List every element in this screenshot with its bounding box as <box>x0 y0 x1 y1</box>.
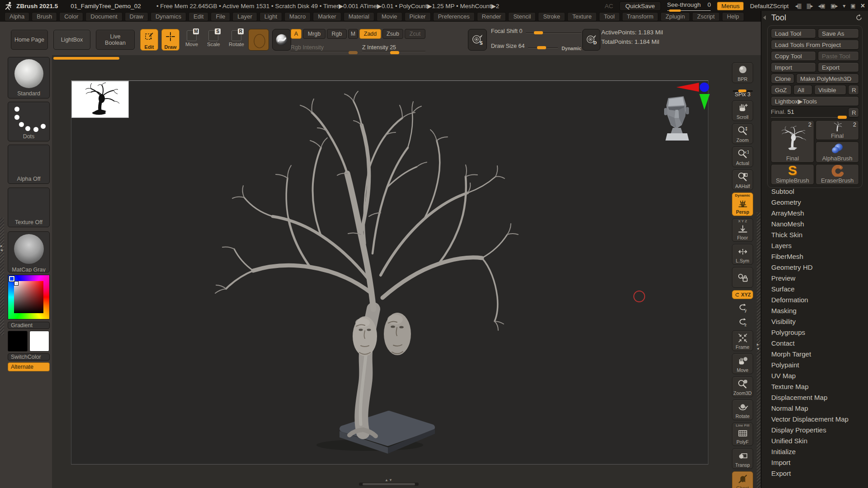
shelf-button[interactable]: BPR <box>732 62 753 83</box>
save-as-button[interactable]: Save As <box>818 28 859 38</box>
secondary-color-swatch[interactable] <box>29 331 49 352</box>
shelf-button[interactable]: Ghost <box>732 471 753 488</box>
tool-subpalette-header[interactable]: Import <box>761 457 868 468</box>
shelf-button[interactable]: Zoom <box>732 123 753 144</box>
tool-subpalette-header[interactable]: Subtool <box>761 186 868 197</box>
focal-shift-handle[interactable] <box>534 31 543 34</box>
home-page-button[interactable]: Home Page <box>11 30 48 50</box>
color-picker[interactable] <box>8 275 50 319</box>
alpha-channel-button[interactable]: A <box>291 29 302 39</box>
tool-subpalette-header[interactable]: Export <box>761 468 868 479</box>
live-boolean-button[interactable]: Live Boolean <box>96 30 135 50</box>
menu-item[interactable]: Marker <box>313 12 341 21</box>
tool-subpalette-header[interactable]: Display Properties <box>761 425 868 436</box>
menus-button[interactable]: Menus <box>717 2 744 10</box>
left-tray-arrows[interactable]: ▸◂ <box>0 244 3 252</box>
shelf-button[interactable]: Rotate <box>732 399 753 420</box>
tool-subpalette-header[interactable]: UV Map <box>761 371 868 381</box>
shelf-grip-arrows[interactable]: ▸◂ <box>757 343 759 351</box>
tile-left-icon[interactable]: ◂▣ <box>818 3 825 9</box>
export-button[interactable]: Export <box>818 62 859 72</box>
shelf-button[interactable]: Move <box>732 353 753 374</box>
zsub-button[interactable]: Zsub <box>382 29 403 39</box>
minimize-icon[interactable]: ▾ <box>843 3 845 9</box>
menu-item[interactable]: Edit <box>189 12 208 21</box>
menu-item[interactable]: Tool <box>599 12 620 21</box>
subtool-slider-handle[interactable] <box>838 116 847 119</box>
goz-button[interactable]: GoZ <box>771 85 792 95</box>
see-through-slider[interactable]: See-through 0 <box>667 1 711 11</box>
tool-subpalette-header[interactable]: Preview <box>761 273 868 284</box>
restore-icon[interactable]: ▣ <box>850 3 855 9</box>
shelf-button[interactable]: AAHalf <box>732 169 753 190</box>
menu-item[interactable]: Zplugin <box>660 12 690 21</box>
import-button[interactable]: Import <box>771 62 816 72</box>
shelf-button[interactable] <box>732 267 753 288</box>
menu-item[interactable]: Color <box>59 12 83 21</box>
rgb-intensity-handle[interactable] <box>349 51 358 54</box>
zcut-button[interactable]: Zcut <box>405 29 425 39</box>
menu-item[interactable]: Zscript <box>692 12 720 21</box>
dynamic-draw-size-button[interactable]: D <box>582 29 600 51</box>
menu-item[interactable]: Stroke <box>538 12 565 21</box>
tool-subpalette-header[interactable]: NanoMesh <box>761 219 868 230</box>
shelf-button[interactable]: X Y Z Floor <box>732 218 753 242</box>
menu-item[interactable]: Dynamics <box>151 12 186 21</box>
menu-item[interactable]: Brush <box>32 12 57 21</box>
goz-all-button[interactable]: All <box>793 85 812 95</box>
shelf-button[interactable] <box>732 316 753 328</box>
lightbox-button[interactable]: LightBox <box>53 30 90 50</box>
tool-thumb-final[interactable]: 2 Final <box>816 120 859 140</box>
tool-subpalette-header[interactable]: Polygroups <box>761 327 868 338</box>
menu-item[interactable]: File <box>211 12 230 21</box>
m-button[interactable]: M <box>348 29 358 39</box>
tool-thumb-current[interactable]: 2 Final <box>771 120 814 163</box>
tool-subpalette-header[interactable]: Texture Map <box>761 381 868 392</box>
tool-subpalette-header[interactable]: Vector Displacement Map <box>761 414 868 425</box>
collapse-left-icon[interactable]: ◂|||| <box>795 3 802 9</box>
shelf-button[interactable]: XYZ <box>732 290 753 299</box>
gradient-toggle[interactable]: Gradient <box>8 322 50 329</box>
tool-subpalette-header[interactable]: Contact <box>761 338 868 349</box>
tool-subpalette-header[interactable]: FiberMesh <box>761 251 868 262</box>
load-tools-from-project-button[interactable]: Load Tools From Project <box>771 40 859 50</box>
panel-collapse-icon[interactable] <box>763 15 766 20</box>
menu-item[interactable]: Preferences <box>433 12 475 21</box>
tool-subpalette-header[interactable]: ArrayMesh <box>761 208 868 219</box>
rotate-button[interactable]: R Rotate <box>226 30 247 47</box>
tool-thumb-alphabrush[interactable]: AlphaBrush <box>816 141 859 163</box>
current-texture-thumb[interactable]: Texture Off <box>8 188 50 227</box>
shelf-button[interactable]: Scroll <box>732 100 753 121</box>
tool-subpalette-header[interactable]: Initialize <box>761 446 868 457</box>
slider-r-button[interactable]: R <box>848 108 859 117</box>
copy-tool-button[interactable]: Copy Tool <box>771 51 816 61</box>
sculptris-pro-button[interactable]: S <box>468 29 487 51</box>
shelf-button[interactable]: Actual <box>732 146 753 167</box>
tool-subpalette-header[interactable]: Masking <box>761 305 868 316</box>
focal-shift-slider[interactable]: Focal Shift 0 <box>491 28 581 38</box>
tool-subpalette-header[interactable]: Visibility <box>761 316 868 327</box>
shelf-button[interactable]: Transp <box>732 448 753 469</box>
shelf-button[interactable]: Frame <box>732 330 753 351</box>
draw-button[interactable]: Draw <box>161 29 179 51</box>
document-thumbnail[interactable] <box>71 81 129 118</box>
lightbox-tools-button[interactable]: Lightbox▶Tools <box>771 96 859 106</box>
restore-configuration-icon[interactable] <box>855 14 863 21</box>
canvas-scrollbar-handle[interactable] <box>363 483 415 485</box>
load-tool-button[interactable]: Load Tool <box>771 28 816 38</box>
spix-slider-track[interactable] <box>733 90 753 92</box>
menu-item[interactable]: Light <box>259 12 282 21</box>
tile-right-icon[interactable]: ▣▸ <box>830 3 837 9</box>
shelf-button[interactable]: SPix 3 <box>732 85 753 98</box>
rgb-intensity-slider[interactable]: Rgb Intensity <box>291 43 358 53</box>
tool-thumb-eraserbrush[interactable]: EraserBrush <box>816 164 859 185</box>
current-brush-thumb[interactable]: Standard <box>8 57 50 99</box>
current-alpha-thumb[interactable]: Alpha Off <box>8 145 50 184</box>
menu-item[interactable]: Document <box>85 12 122 21</box>
z-intensity-slider[interactable]: Z Intensity 25 <box>362 43 425 53</box>
shelf-button[interactable]: L.Sym <box>732 244 753 265</box>
tool-subpalette-header[interactable]: Displacement Map <box>761 392 868 403</box>
menu-item[interactable]: Macro <box>284 12 311 21</box>
draw-size-slider[interactable]: Draw Size 64 Dynamic <box>491 43 581 53</box>
tool-thumb-simplebrush[interactable]: S SimpleBrush <box>771 164 814 185</box>
